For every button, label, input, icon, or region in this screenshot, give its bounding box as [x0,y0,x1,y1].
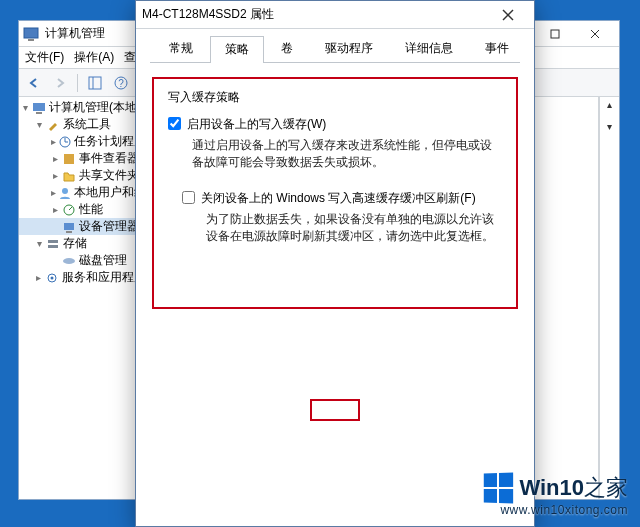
expand-icon[interactable]: ▾ [33,119,45,130]
tree-label: 计算机管理(本地) [49,99,141,116]
actions-pane: ▴ ▾ [599,97,619,499]
event-icon [61,152,77,166]
toolbar-separator [77,74,78,92]
toolbar-help-button[interactable]: ? [110,72,132,94]
expand-icon[interactable]: ▸ [49,170,61,181]
props-titlebar: M4-CT128M4SSD2 属性 [136,1,534,29]
tree-label: 设备管理器 [79,218,139,235]
props-body: 写入缓存策略 启用设备上的写入缓存(W) 通过启用设备上的写入缓存来改进系统性能… [136,63,534,526]
watermark-brand-b: 之家 [584,475,628,500]
tree-disk-mgmt[interactable]: 磁盘管理 [19,252,146,269]
svg-rect-24 [48,240,58,243]
tree-storage[interactable]: ▾ 存储 [19,235,146,252]
expand-icon[interactable]: ▸ [33,272,45,283]
disk-icon [61,254,77,268]
svg-rect-14 [36,112,42,114]
svg-rect-1 [28,39,34,41]
device-icon [61,220,77,234]
tree-services[interactable]: ▸ 服务和应用程序 [19,269,146,286]
clock-icon [58,135,72,149]
expand-icon[interactable]: ▾ [33,238,45,249]
menu-action[interactable]: 操作(A) [74,49,114,66]
device-properties-dialog: M4-CT128M4SSD2 属性 常规 策略 卷 驱动程序 详细信息 事件 写… [135,0,535,527]
tab-policies[interactable]: 策略 [210,36,264,63]
toolbar-back-button[interactable] [23,72,45,94]
svg-rect-18 [64,154,74,164]
policy-legend: 写入缓存策略 [168,89,502,106]
menu-file[interactable]: 文件(F) [25,49,64,66]
tools-icon [45,118,61,132]
disable-flush-label[interactable]: 关闭设备上的 Windows 写入高速缓存缓冲区刷新(F) [201,190,476,207]
tree-local-users[interactable]: ▸ 本地用户和组 [19,184,146,201]
enable-write-cache-label[interactable]: 启用设备上的写入缓存(W) [187,116,326,133]
flush-group: 关闭设备上的 Windows 写入高速缓存缓冲区刷新(F) 为了防止数据丢失，如… [182,190,502,246]
expand-icon[interactable]: ▸ [49,204,61,215]
toolbar-forward-button[interactable] [49,72,71,94]
svg-text:?: ? [118,78,124,89]
services-icon [45,271,60,285]
watermark-brand: Win10之家 [519,473,628,503]
users-icon [58,186,72,200]
toolbar-tree-button[interactable] [84,72,106,94]
tab-general[interactable]: 常规 [154,35,208,62]
computer-icon [31,101,47,115]
dialog-buttons-highlight [310,399,360,421]
svg-rect-25 [48,245,58,248]
folder-icon [61,169,77,183]
tab-details[interactable]: 详细信息 [390,35,468,62]
tree-event-viewer[interactable]: ▸ 事件查看器 [19,150,146,167]
tree-label: 存储 [63,235,87,252]
tree-shared-folders[interactable]: ▸ 共享文件夹 [19,167,146,184]
watermark: Win10之家 www.win10xitong.com [483,473,628,517]
enable-write-cache-checkbox[interactable] [168,117,181,130]
expand-icon[interactable]: ▸ [49,136,58,147]
svg-rect-3 [551,30,559,38]
disable-flush-checkbox[interactable] [182,191,195,204]
performance-icon [61,203,77,217]
tab-strip: 常规 策略 卷 驱动程序 详细信息 事件 [136,29,534,62]
tree-label: 磁盘管理 [79,252,127,269]
disable-flush-desc: 为了防止数据丢失，如果设备没有单独的电源以允许该设备在电源故障时刷新其缓冲区，请… [206,211,502,246]
expand-icon[interactable]: ▸ [49,153,61,164]
tree-label: 事件查看器 [79,150,139,167]
tree-system-tools[interactable]: ▾ 系统工具 [19,116,146,133]
close-button[interactable] [488,3,528,27]
tab-driver[interactable]: 驱动程序 [310,35,388,62]
watermark-url: www.win10xitong.com [483,503,628,517]
scroll-down-icon[interactable]: ▾ [600,119,619,133]
watermark-logo: Win10之家 [483,473,628,503]
storage-icon [45,237,61,251]
scroll-up-icon[interactable]: ▴ [600,97,619,111]
tree-performance[interactable]: ▸ 性能 [19,201,146,218]
svg-rect-6 [89,77,101,89]
mgmt-app-icon [23,26,39,42]
tree-task-scheduler[interactable]: ▸ 任务计划程序 [19,133,146,150]
expand-icon[interactable]: ▸ [49,187,58,198]
tree-label: 系统工具 [63,116,111,133]
svg-rect-23 [66,231,72,233]
tree-label: 共享文件夹 [79,167,139,184]
windows-logo-icon [484,473,513,504]
enable-write-cache-desc: 通过启用设备上的写入缓存来改进系统性能，但停电或设备故障可能会导致数据丢失或损坏… [192,137,502,172]
write-cache-policy-group: 写入缓存策略 启用设备上的写入缓存(W) 通过启用设备上的写入缓存来改进系统性能… [152,77,518,309]
disable-flush-row: 关闭设备上的 Windows 写入高速缓存缓冲区刷新(F) [182,190,502,207]
tab-events[interactable]: 事件 [470,35,524,62]
tree-device-manager[interactable]: 设备管理器 [19,218,146,235]
svg-point-26 [63,258,75,264]
svg-line-21 [69,207,72,210]
tab-volumes[interactable]: 卷 [266,35,308,62]
tree-label: 性能 [79,201,103,218]
tree-label: 服务和应用程序 [62,269,146,286]
svg-rect-0 [24,28,38,38]
close-button[interactable] [575,23,615,45]
enable-write-cache-row: 启用设备上的写入缓存(W) [168,116,502,133]
expand-icon[interactable]: ▾ [19,102,31,113]
nav-tree[interactable]: ▾ 计算机管理(本地) ▾ 系统工具 ▸ 任务计划程序 ▸ 事件查看器 ▸ [19,97,147,499]
watermark-brand-a: Win10 [519,475,584,500]
tree-root[interactable]: ▾ 计算机管理(本地) [19,99,146,116]
svg-rect-22 [64,223,74,230]
props-title: M4-CT128M4SSD2 属性 [142,6,488,23]
svg-point-19 [62,188,68,194]
maximize-button[interactable] [535,23,575,45]
svg-point-28 [51,276,54,279]
